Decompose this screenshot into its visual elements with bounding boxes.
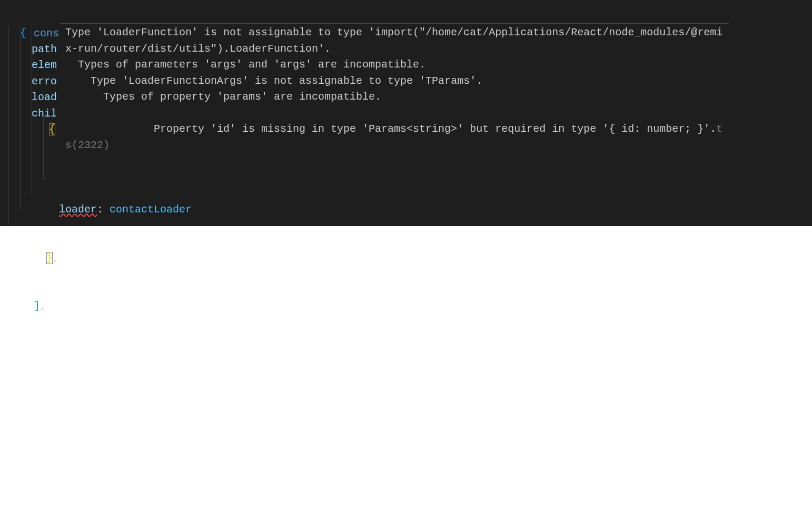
- code-partial-chil[interactable]: chil: [32, 106, 57, 122]
- inner-brace-close: }: [46, 252, 53, 264]
- code-partial-path[interactable]: path: [32, 42, 57, 58]
- error-message-line: Type 'LoaderFunction' is not assignable …: [65, 25, 724, 57]
- code-partial-elem[interactable]: elem: [32, 57, 57, 74]
- value-contact-loader: contactLoader: [110, 203, 192, 216]
- code-editor[interactable]: const router = createBrowserRouter([ { p…: [0, 0, 812, 226]
- error-message-line: Types of property 'params' are incompati…: [65, 89, 724, 105]
- error-message-line: Types of parameters 'args' and 'args' ar…: [65, 57, 724, 73]
- inner-brace-open: {: [49, 123, 55, 135]
- array-close: ]: [34, 300, 40, 312]
- code-inner-open[interactable]: {: [49, 122, 55, 138]
- brace-open: {: [20, 27, 26, 39]
- error-message-line: Type 'LoaderFunctionArgs' is not assigna…: [65, 73, 724, 90]
- code-partial-load[interactable]: load: [32, 90, 57, 106]
- error-tooltip[interactable]: Type 'LoaderFunction' is not assignable …: [60, 23, 729, 168]
- error-message-line: Property 'id' is missing in type 'Params…: [65, 105, 724, 168]
- code-line-array-close[interactable]: ],: [8, 298, 192, 315]
- code-line-loader[interactable]: loader: contactLoader: [8, 202, 192, 218]
- code-line-2[interactable]: {: [20, 25, 26, 42]
- code-line-inner-close[interactable]: },: [8, 250, 192, 267]
- code-below-tooltip[interactable]: loader: contactLoader }, ],: [8, 170, 192, 347]
- prop-loader-error: loader: [59, 203, 97, 216]
- code-partial-erro[interactable]: erro: [32, 74, 57, 90]
